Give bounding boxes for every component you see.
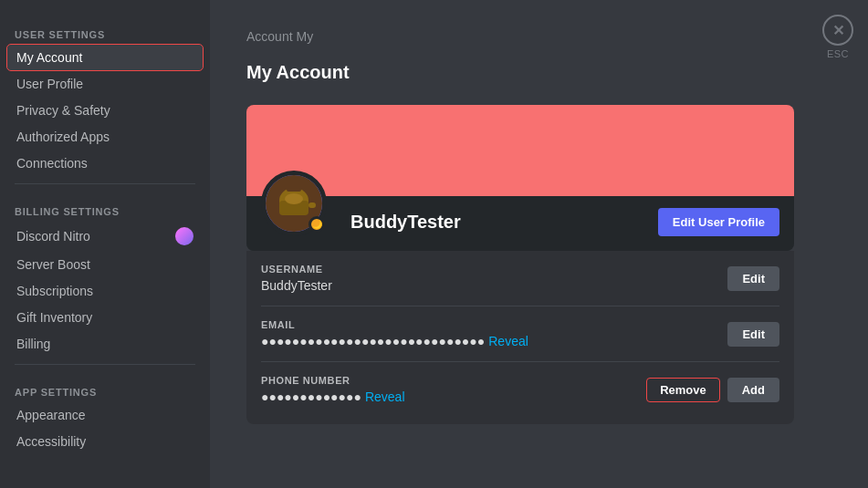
sidebar-item-label: Subscriptions [16,284,93,298]
billing-settings-label: BILLING SETTINGS [7,192,203,221]
divider-app [15,364,195,365]
sidebar-item-my-account[interactable]: My Account [7,45,203,70]
email-masked-value: ●●●●●●●●●●●●●●●●●●●●●●●●●●●●●Reveal [261,334,727,348]
phone-reveal-link[interactable]: Reveal [365,389,405,404]
phone-field-row: PHONE NUMBER ●●●●●●●●●●●●●Reveal Remove … [261,362,779,417]
email-label: EMAIL [261,319,727,330]
email-field-left: EMAIL ●●●●●●●●●●●●●●●●●●●●●●●●●●●●●Revea… [261,319,727,348]
status-badge: 🌙 [309,216,325,233]
username-field-left: USERNAME BuddyTester [261,264,727,293]
breadcrumb: Account My [246,29,831,44]
sidebar: USER SETTINGS My Account User Profile Pr… [0,0,210,488]
sidebar-item-accessibility[interactable]: Accessibility [7,429,203,454]
profile-info-row: 🌙 BuddyTester Edit User Profile [246,196,794,251]
user-settings-label: USER SETTINGS [7,15,203,44]
sidebar-item-subscriptions[interactable]: Subscriptions [7,278,203,304]
sidebar-item-authorized-apps[interactable]: Authorized Apps [7,124,203,150]
phone-masked-value: ●●●●●●●●●●●●●Reveal [261,389,646,404]
sidebar-item-connections[interactable]: Connections [7,151,203,176]
sidebar-item-gift-inventory[interactable]: Gift Inventory [7,305,203,330]
sidebar-item-billing[interactable]: Billing [7,331,203,357]
info-fields: USERNAME BuddyTester Edit EMAIL ●●●●●●●●… [246,251,794,424]
app-settings-label: APP SETTINGS [7,372,203,401]
username-actions: Edit [727,266,779,291]
profile-banner [246,105,794,196]
edit-profile-button[interactable]: Edit User Profile [658,208,779,236]
sidebar-item-label: Authorized Apps [16,130,110,144]
svg-rect-4 [309,202,316,208]
page-title: My Account [246,62,831,83]
sidebar-item-privacy-safety[interactable]: Privacy & Safety [7,98,203,123]
email-field-row: EMAIL ●●●●●●●●●●●●●●●●●●●●●●●●●●●●●Revea… [261,306,779,362]
sidebar-item-label: Discord Nitro [16,229,90,244]
svg-rect-5 [287,188,301,192]
sidebar-item-discord-nitro[interactable]: Discord Nitro [7,222,203,251]
sidebar-item-appearance[interactable]: Appearance [7,402,203,428]
svg-point-3 [285,193,303,204]
sidebar-item-label: User Profile [16,77,83,91]
phone-label: PHONE NUMBER [261,375,646,386]
phone-actions: Remove Add [646,378,779,402]
username-value: BuddyTester [261,278,727,293]
sidebar-item-label: Gift Inventory [16,310,92,325]
username-display: BuddyTester [350,212,461,233]
avatar-wrapper: 🌙 [261,171,327,236]
nitro-icon [175,227,193,245]
esc-circle-icon: ✕ [822,15,853,46]
sidebar-item-label: Accessibility [16,434,86,449]
esc-button[interactable]: ✕ ESC [822,15,853,59]
phone-add-button[interactable]: Add [727,378,779,402]
profile-name-area: 🌙 BuddyTester [261,207,658,236]
phone-field-left: PHONE NUMBER ●●●●●●●●●●●●●Reveal [261,375,646,404]
email-reveal-link[interactable]: Reveal [488,334,528,348]
sidebar-item-user-profile[interactable]: User Profile [7,71,203,97]
sidebar-item-label: Billing [16,337,50,351]
email-edit-button[interactable]: Edit [727,322,779,347]
phone-remove-button[interactable]: Remove [646,378,720,402]
email-actions: Edit [727,322,779,347]
esc-label: ESC [827,48,849,59]
username-label: USERNAME [261,264,727,275]
sidebar-item-label: My Account [16,50,82,65]
sidebar-item-label: Server Boost [16,257,90,272]
divider-billing [15,183,195,184]
sidebar-item-label: Appearance [16,408,86,422]
sidebar-item-label: Connections [16,156,88,171]
sidebar-item-server-boost[interactable]: Server Boost [7,252,203,277]
sidebar-item-label: Privacy & Safety [16,103,110,118]
username-field-row: USERNAME BuddyTester Edit [261,251,779,306]
profile-card: 🌙 BuddyTester Edit User Profile [246,105,794,251]
username-edit-button[interactable]: Edit [727,266,779,291]
main-content: ✕ ESC Account My My Account [210,0,868,488]
